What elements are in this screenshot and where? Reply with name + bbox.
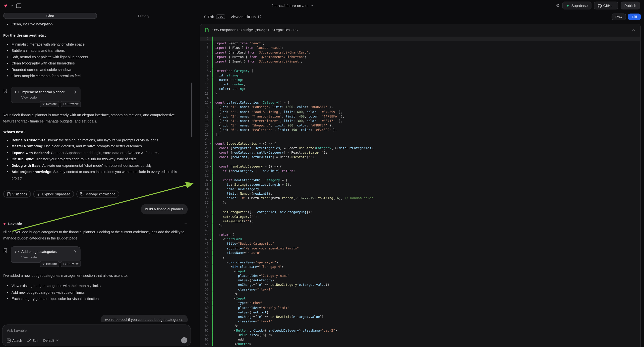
supabase-button[interactable]: Supabase (562, 2, 592, 10)
line-number: 54 (200, 278, 209, 282)
line-number: 53 (200, 274, 209, 278)
fold-icon[interactable]: ▾ (208, 100, 212, 105)
lovable-avatar-icon: ♥ (3, 222, 6, 226)
code-text: { id: '2', name: 'Food & Dining', limit:… (212, 110, 640, 114)
send-button[interactable]: ↑ (181, 337, 188, 344)
whats-next-heading: What's next? (3, 130, 188, 134)
restore-button[interactable]: ↺Restore (40, 261, 59, 267)
logo-chevron-down-icon[interactable] (10, 4, 13, 6)
code-line: 28 (200, 160, 640, 164)
fold-icon[interactable]: ▾ (208, 142, 212, 146)
code-line: 4import ChartCard from '@/components/ui/… (200, 50, 640, 55)
code-line: 55 onChange={(e) => setNewCategory(e.tar… (200, 282, 640, 287)
code-text: className="h-auto" (212, 251, 640, 255)
code-line: 66 <Plus size={16} /> (200, 333, 640, 337)
list-item: View existing budget categories with the… (3, 283, 188, 290)
github-label: GitHub (603, 4, 614, 8)
visit-docs-button[interactable]: Visit docs (3, 191, 30, 198)
code-container: src/components/budget/BudgetCategories.t… (200, 24, 641, 347)
exit-button[interactable]: Exit ESC (204, 14, 225, 19)
mode-selector[interactable]: Default (43, 338, 59, 342)
view-on-github-link[interactable]: View on GitHub (231, 15, 261, 19)
code-line: 64 /> (200, 324, 640, 328)
line-number: 46 (200, 242, 209, 246)
line-number: 16 (200, 105, 209, 109)
external-link-icon (258, 15, 261, 18)
code-lines[interactable]: 12import React from 'react';3import { Pl… (200, 36, 640, 347)
fold-icon (208, 232, 212, 237)
code-text: value={newCategory} (212, 278, 640, 282)
preview-button[interactable]: Preview (61, 101, 81, 107)
fold-icon (208, 41, 212, 46)
tab-history[interactable]: History (97, 13, 190, 19)
fold-icon[interactable]: ▾ (208, 178, 212, 182)
preview-button[interactable]: Preview (61, 261, 81, 267)
chat-input[interactable]: Ask Lovable... (7, 328, 186, 333)
file-header[interactable]: src/components/budget/BudgetCategories.t… (200, 24, 640, 36)
topbar-left: ♥ (4, 3, 22, 8)
manage-knowledge-button[interactable]: Manage knowledge (76, 191, 119, 198)
github-button[interactable]: GitHub (594, 2, 618, 10)
code-line: 35 limit: Number(newLimit), (200, 192, 640, 196)
code-line: 67 Add (200, 337, 640, 342)
bookmark-icon[interactable] (3, 248, 8, 253)
scroll-cutoff-list: Clean, intuitive navigation (3, 22, 188, 28)
raw-button[interactable]: Raw (612, 14, 626, 20)
code-line: 52 <Input (200, 269, 640, 273)
line-number: 42 (200, 223, 209, 228)
attach-button[interactable]: Attach (6, 338, 22, 342)
edit-card-implement-financial-planner[interactable]: Implement financial planner View code ↺R… (11, 86, 81, 103)
tab-chat[interactable]: Chat (3, 13, 97, 19)
list-item: Add project knowledge: Set key context o… (3, 169, 188, 182)
line-number: 9 (200, 73, 209, 78)
settings-gear-icon[interactable]: ⚙ (556, 3, 560, 8)
code-text: const defaultCategories: Category[] = [ (212, 100, 640, 105)
bookmark-icon[interactable] (3, 88, 8, 93)
view-code-link[interactable]: View code (22, 96, 76, 99)
list-item: Rounded corners and subtle shadows (3, 67, 188, 73)
line-number: 38 (200, 205, 209, 210)
chat-scrollbar-thumb[interactable] (191, 83, 192, 137)
line-number: 48 (200, 251, 209, 255)
features-intro: I've added a new budget categories manag… (3, 273, 188, 279)
publish-button[interactable]: Publish (620, 2, 640, 10)
restore-button[interactable]: ↺Restore (40, 101, 59, 107)
code-text: > (212, 255, 640, 260)
fold-icon (208, 110, 212, 114)
code-text (212, 173, 640, 178)
fold-icon[interactable]: ▾ (208, 164, 212, 168)
preview-external-icon (64, 262, 66, 265)
sidebar-toggle-icon[interactable] (16, 3, 21, 8)
code-line: 11 limit: number; (200, 82, 640, 87)
user-message-row: build a financial planner (3, 204, 188, 214)
code-text: title="Budget Categories" (212, 242, 640, 246)
code-text: <div className="space-y-6"> (212, 260, 640, 264)
main-area: Chat History Clean, intuitive navigation… (0, 11, 644, 347)
collapse-chevron-up-icon[interactable] (632, 29, 635, 31)
line-number: 64 (200, 324, 209, 328)
code-line: 51 <div className="flex gap-4"> (200, 264, 640, 269)
composer[interactable]: Ask Lovable... Attach Edit Default ↑ (2, 324, 191, 346)
list-item: Clean typography with clear hierarchies (3, 60, 188, 67)
explore-supabase-button[interactable]: Explore Supabase (33, 191, 74, 198)
lovable-logo-icon[interactable]: ♥ (4, 3, 8, 8)
fold-icon[interactable]: ▾ (208, 68, 212, 73)
fold-icon[interactable]: ▾ (208, 237, 212, 242)
code-line: 58 <Input (200, 296, 640, 301)
diff-button[interactable]: Diff (628, 14, 641, 20)
fold-icon (208, 278, 212, 282)
code-icon (15, 90, 19, 93)
chat-panel: Chat History Clean, intuitive navigation… (0, 11, 193, 347)
code-text: name: string; (212, 78, 640, 82)
message-menu-icon[interactable]: ⋯ (184, 222, 188, 226)
code-text: import { Button } from '@/components/ui/… (212, 55, 640, 59)
code-line: 9 id: string; (200, 73, 640, 78)
list-item: Master Prompting: Use clear, detailed, a… (3, 144, 188, 150)
chat-messages[interactable]: Clean, intuitive navigation For the desi… (0, 19, 193, 322)
view-code-link[interactable]: View code (22, 256, 76, 259)
edit-card-add-budget-categories[interactable]: Add budget categories View code ↺Restore… (11, 246, 81, 263)
project-switcher[interactable]: financial-future-creator (272, 4, 313, 8)
code-line: 15▾const defaultCategories: Category[] =… (200, 100, 640, 105)
edit-mode-button[interactable]: Edit (27, 338, 38, 342)
code-line: 8▾interface Category { (200, 68, 640, 73)
